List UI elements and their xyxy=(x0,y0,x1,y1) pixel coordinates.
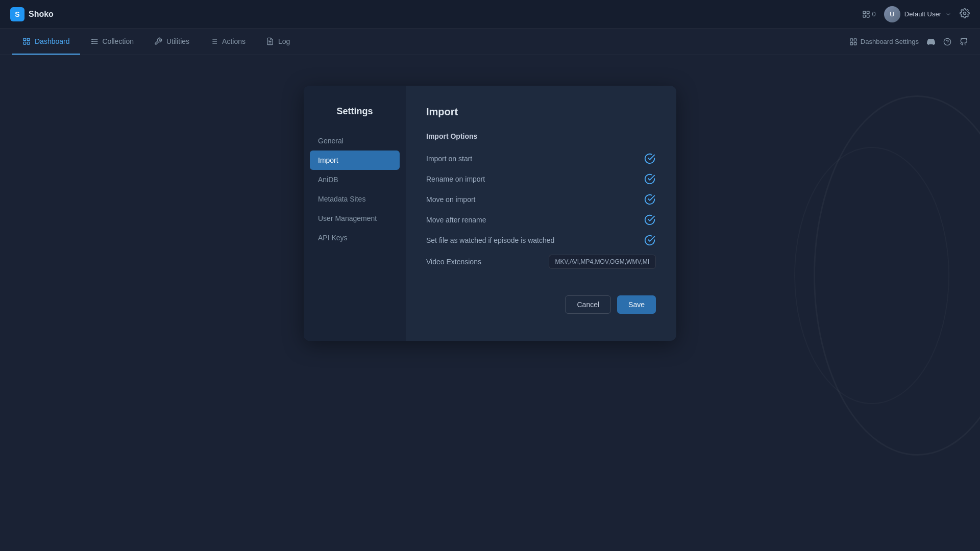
log-icon xyxy=(266,37,274,45)
svg-rect-6 xyxy=(27,38,30,41)
sidebar-item-metadata-sites[interactable]: Metadata Sites xyxy=(304,189,406,209)
github-icon xyxy=(960,38,968,46)
dashboard-icon xyxy=(22,37,31,45)
rename-on-import-row: Rename on import xyxy=(426,169,656,189)
rename-on-import-label: Rename on import xyxy=(426,175,485,183)
check-circle-icon-5 xyxy=(644,235,655,246)
settings-content: Import Import Options Import on start Re… xyxy=(406,86,676,341)
nav-label-log: Log xyxy=(278,37,290,45)
nav-label-collection: Collection xyxy=(103,37,134,45)
notification-area[interactable]: 0 xyxy=(862,10,876,18)
nav-item-log[interactable]: Log xyxy=(256,29,300,55)
move-on-import-label: Move on import xyxy=(426,195,475,204)
action-buttons: Cancel Save xyxy=(426,287,656,314)
help-btn[interactable] xyxy=(943,38,951,46)
topbar-left: S Shoko xyxy=(10,7,54,21)
navbar-left: Dashboard Collection Utilities xyxy=(12,29,300,55)
svg-point-11 xyxy=(92,43,93,44)
topbar: S Shoko 0 U Default User xyxy=(0,0,980,29)
dashboard-settings-btn[interactable]: Dashboard Settings xyxy=(849,38,919,46)
sidebar-item-anidb[interactable]: AniDB xyxy=(304,170,406,189)
settings-icon[interactable] xyxy=(960,8,970,20)
import-on-start-toggle[interactable] xyxy=(644,153,656,165)
nav-item-actions[interactable]: Actions xyxy=(200,29,256,55)
discord-btn[interactable] xyxy=(927,38,935,46)
cancel-button[interactable]: Cancel xyxy=(565,295,611,314)
nav-label-dashboard: Dashboard xyxy=(35,37,70,45)
move-on-import-row: Move on import xyxy=(426,189,656,210)
svg-rect-8 xyxy=(27,42,30,44)
dashboard-settings-label: Dashboard Settings xyxy=(861,38,919,45)
svg-rect-5 xyxy=(23,38,26,41)
nav-item-dashboard[interactable]: Dashboard xyxy=(12,29,80,55)
nav-label-utilities: Utilities xyxy=(166,37,189,45)
nav-item-collection[interactable]: Collection xyxy=(80,29,144,55)
navbar: Dashboard Collection Utilities xyxy=(0,29,980,55)
user-name: Default User xyxy=(904,10,941,18)
collection-icon xyxy=(90,37,99,45)
logo-text: Shoko xyxy=(29,10,54,19)
main-content: Settings General Import AniDB Metadata S… xyxy=(0,55,980,551)
settings-sidebar: Settings General Import AniDB Metadata S… xyxy=(304,86,406,341)
svg-rect-1 xyxy=(867,11,869,14)
notification-count: 0 xyxy=(872,10,876,18)
github-btn[interactable] xyxy=(960,38,968,46)
check-circle-icon-3 xyxy=(644,194,655,205)
sidebar-item-user-management[interactable]: User Management xyxy=(304,209,406,228)
sidebar-item-import[interactable]: Import xyxy=(310,151,400,170)
svg-rect-0 xyxy=(863,11,866,14)
video-extensions-label: Video Extensions xyxy=(426,258,481,266)
rename-on-import-toggle[interactable] xyxy=(644,173,656,185)
set-watched-label: Set file as watched if episode is watche… xyxy=(426,236,554,244)
move-on-import-toggle[interactable] xyxy=(644,193,656,206)
move-after-rename-label: Move after rename xyxy=(426,216,486,224)
sidebar-menu: General Import AniDB Metadata Sites User… xyxy=(304,131,406,247)
check-circle-icon-4 xyxy=(644,214,655,226)
save-button[interactable]: Save xyxy=(617,295,656,314)
nav-label-actions: Actions xyxy=(222,37,246,45)
notification-icon xyxy=(862,10,870,18)
help-icon xyxy=(943,38,951,46)
svg-rect-21 xyxy=(854,39,856,41)
set-watched-row: Set file as watched if episode is watche… xyxy=(426,230,656,251)
import-on-start-label: Import on start xyxy=(426,155,472,163)
chevron-down-icon xyxy=(945,11,951,17)
svg-point-10 xyxy=(92,41,93,42)
sidebar-item-api-keys[interactable]: API Keys xyxy=(304,228,406,247)
settings-container: Settings General Import AniDB Metadata S… xyxy=(304,86,676,341)
topbar-right: 0 U Default User xyxy=(862,6,970,22)
section-title: Import Options xyxy=(426,132,656,140)
nav-item-utilities[interactable]: Utilities xyxy=(144,29,200,55)
svg-rect-23 xyxy=(854,42,856,45)
set-watched-toggle[interactable] xyxy=(644,234,656,246)
import-on-start-row: Import on start xyxy=(426,148,656,169)
svg-rect-3 xyxy=(867,15,869,17)
navbar-right: Dashboard Settings xyxy=(849,29,968,55)
move-after-rename-row: Move after rename xyxy=(426,210,656,230)
user-area[interactable]: U Default User xyxy=(884,6,951,22)
check-circle-icon xyxy=(644,153,655,164)
sidebar-item-general[interactable]: General xyxy=(304,131,406,151)
discord-icon xyxy=(927,38,935,46)
check-circle-icon-2 xyxy=(644,173,655,185)
svg-rect-20 xyxy=(850,39,853,41)
video-extensions-row: Video Extensions MKV,AVI,MP4,MOV,OGM,WMV… xyxy=(426,251,656,273)
logo-icon: S xyxy=(10,7,24,21)
avatar: U xyxy=(884,6,900,22)
svg-rect-2 xyxy=(863,15,866,17)
actions-icon xyxy=(210,37,218,45)
dashboard-settings-icon xyxy=(849,38,857,46)
video-extensions-value[interactable]: MKV,AVI,MP4,MOV,OGM,WMV,MI xyxy=(549,255,656,269)
page-title: Import xyxy=(426,106,656,118)
utilities-icon xyxy=(154,37,162,45)
svg-point-9 xyxy=(92,39,93,40)
svg-point-4 xyxy=(964,12,966,14)
svg-rect-7 xyxy=(23,42,26,44)
svg-rect-22 xyxy=(850,42,853,45)
logo[interactable]: S Shoko xyxy=(10,7,54,21)
settings-title: Settings xyxy=(304,106,406,117)
move-after-rename-toggle[interactable] xyxy=(644,214,656,226)
